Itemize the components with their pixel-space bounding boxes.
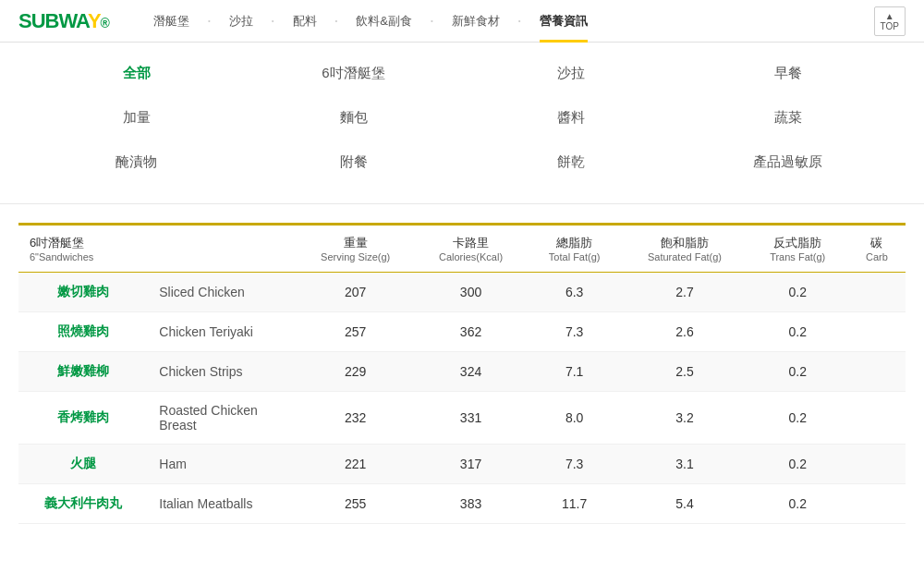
cell-serving: 207 [296, 273, 415, 312]
cell-carb [848, 352, 906, 392]
cell-name-zh: 火腿 [18, 445, 148, 484]
col-header-zh-name: 6吋潛艇堡 6"Sandwiches [18, 225, 148, 273]
category-6inch[interactable]: 6吋潛艇堡 [245, 52, 462, 96]
cell-name-zh: 照燒雞肉 [18, 312, 148, 352]
cell-carb [848, 312, 906, 352]
cell-trans-fat: 0.2 [748, 392, 848, 445]
table-row: 義大利牛肉丸 Italian Meatballs 255 383 11.7 5.… [18, 484, 906, 524]
category-breakfast[interactable]: 早餐 [679, 52, 896, 96]
cell-sat-fat: 3.2 [622, 392, 747, 445]
cell-carb [848, 392, 906, 445]
category-grid: 全部 6吋潛艇堡 沙拉 早餐 加量 麵包 醬料 蔬菜 醃漬物 附餐 餅乾 產品過… [28, 52, 896, 185]
col-header-calories: 卡路里 Calories(Kcal) [415, 225, 527, 273]
brand-logo: SUBWAY® [18, 9, 109, 33]
nav-dot-5: • [517, 17, 523, 25]
cell-sat-fat: 5.4 [622, 484, 747, 524]
category-cookies[interactable]: 餅乾 [462, 140, 679, 185]
nav-item-drinks[interactable]: 飲料&副食 [339, 0, 429, 43]
cell-fat: 7.1 [527, 352, 622, 392]
table-row: 嫩切雞肉 Sliced Chicken 207 300 6.3 2.7 0.2 [18, 273, 906, 312]
cell-calories: 383 [415, 484, 527, 524]
table-row: 火腿 Ham 221 317 7.3 3.1 0.2 [18, 445, 906, 484]
cell-serving: 221 [296, 445, 415, 484]
cell-fat: 8.0 [527, 392, 622, 445]
table-row: 香烤雞肉 Roasted Chicken Breast 232 331 8.0 … [18, 392, 906, 445]
cell-name-zh: 鮮嫩雞柳 [18, 352, 148, 392]
nav-dot-3: • [334, 17, 340, 25]
col-header-sat-fat: 飽和脂肪 Saturated Fat(g) [622, 225, 747, 273]
nav-dot-4: • [429, 17, 435, 25]
cell-trans-fat: 0.2 [748, 273, 848, 312]
col-header-trans-fat: 反式脂肪 Trans Fat(g) [748, 225, 848, 273]
category-section: 全部 6吋潛艇堡 沙拉 早餐 加量 麵包 醬料 蔬菜 醃漬物 附餐 餅乾 產品過… [0, 43, 924, 204]
category-veggies[interactable]: 蔬菜 [679, 96, 896, 140]
col-header-en-name [148, 225, 296, 273]
cell-trans-fat: 0.2 [748, 484, 848, 524]
category-sauce[interactable]: 醬料 [462, 96, 679, 140]
category-all[interactable]: 全部 [28, 52, 245, 96]
cell-sat-fat: 2.7 [622, 273, 747, 312]
table-section: 6吋潛艇堡 6"Sandwiches 重量 Serving Size(g) 卡路… [0, 204, 924, 524]
cell-sat-fat: 2.6 [622, 312, 747, 352]
cell-calories: 300 [415, 273, 527, 312]
cell-calories: 324 [415, 352, 527, 392]
table-row: 鮮嫩雞柳 Chicken Strips 229 324 7.1 2.5 0.2 [18, 352, 906, 392]
cell-serving: 255 [296, 484, 415, 524]
cell-name-en: Chicken Strips [148, 352, 296, 392]
category-pickles[interactable]: 醃漬物 [28, 140, 245, 185]
cell-fat: 6.3 [527, 273, 622, 312]
navbar: SUBWAY® 潛艇堡 • 沙拉 • 配料 • 飲料&副食 • 新鮮食材 • 營… [0, 0, 924, 43]
nav-item-ingredients[interactable]: 配料 [276, 0, 334, 43]
cell-trans-fat: 0.2 [748, 445, 848, 484]
cell-serving: 232 [296, 392, 415, 445]
cell-sat-fat: 2.5 [622, 352, 747, 392]
col-header-carb: 碳 Carb [848, 225, 906, 273]
cell-calories: 331 [415, 392, 527, 445]
nav-dot-2: • [270, 17, 276, 25]
cell-trans-fat: 0.2 [748, 312, 848, 352]
nav-item-fresh[interactable]: 新鮮食材 [435, 0, 517, 43]
cell-sat-fat: 3.1 [622, 445, 747, 484]
top-button[interactable]: ▲ TOP [874, 6, 906, 36]
nutrition-table: 6吋潛艇堡 6"Sandwiches 重量 Serving Size(g) 卡路… [18, 223, 906, 524]
cell-name-en: Ham [148, 445, 296, 484]
cell-name-en: Chicken Teriyaki [148, 312, 296, 352]
cell-carb [848, 445, 906, 484]
top-label: TOP [881, 21, 899, 31]
nav-items: 潛艇堡 • 沙拉 • 配料 • 飲料&副食 • 新鮮食材 • 營養資訊 [137, 0, 874, 43]
cell-carb [848, 273, 906, 312]
cell-calories: 317 [415, 445, 527, 484]
nav-item-nutrition[interactable]: 營養資訊 [523, 0, 604, 43]
cell-name-en: Sliced Chicken [148, 273, 296, 312]
nav-dot-1: • [206, 17, 213, 25]
cell-name-zh: 義大利牛肉丸 [18, 484, 148, 524]
category-extra[interactable]: 加量 [28, 96, 245, 140]
cell-trans-fat: 0.2 [748, 352, 848, 392]
table-row: 照燒雞肉 Chicken Teriyaki 257 362 7.3 2.6 0.… [18, 312, 906, 352]
cell-fat: 7.3 [527, 312, 622, 352]
cell-name-en: Roasted Chicken Breast [148, 392, 296, 445]
nav-item-sandwiches[interactable]: 潛艇堡 [137, 0, 206, 43]
cell-fat: 11.7 [527, 484, 622, 524]
category-meal[interactable]: 附餐 [245, 140, 462, 185]
cell-carb [848, 484, 906, 524]
col-header-fat: 總脂肪 Total Fat(g) [527, 225, 622, 273]
table-container: 6吋潛艇堡 6"Sandwiches 重量 Serving Size(g) 卡路… [18, 223, 906, 524]
category-bread[interactable]: 麵包 [245, 96, 462, 140]
category-salad[interactable]: 沙拉 [462, 52, 679, 96]
col-header-serving: 重量 Serving Size(g) [296, 225, 415, 273]
cell-calories: 362 [415, 312, 527, 352]
cell-serving: 257 [296, 312, 415, 352]
cell-name-zh: 嫩切雞肉 [18, 273, 148, 312]
cell-serving: 229 [296, 352, 415, 392]
nav-item-salad[interactable]: 沙拉 [213, 0, 270, 43]
cell-name-en: Italian Meatballs [148, 484, 296, 524]
cell-name-zh: 香烤雞肉 [18, 392, 148, 445]
cell-fat: 7.3 [527, 445, 622, 484]
category-allergens[interactable]: 產品過敏原 [679, 140, 896, 185]
